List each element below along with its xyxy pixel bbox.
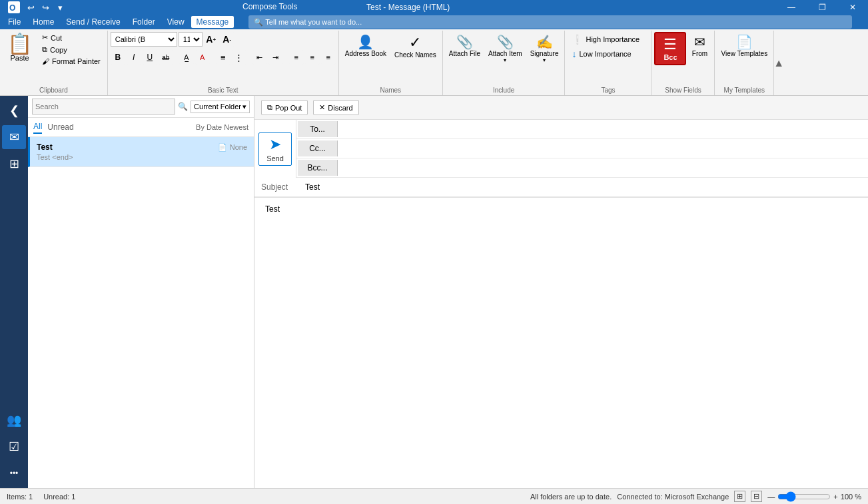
filter-sort-button[interactable]: By Date Newest — [196, 123, 248, 131]
to-button[interactable]: To... — [298, 121, 338, 137]
strikethrough-button[interactable]: ab — [159, 50, 173, 65]
outlook-icon: O — [5, 1, 23, 14]
attach-file-button[interactable]: 📎 Attach File — [446, 32, 484, 59]
connection-status: Connected to: Microsoft Exchange — [617, 493, 729, 501]
menu-send-receive[interactable]: Send / Receive — [61, 16, 125, 28]
zoom-level: 100 % — [841, 493, 861, 501]
menu-home[interactable]: Home — [27, 16, 59, 28]
view-toggle-compact[interactable]: ⊟ — [751, 491, 762, 502]
send-label: Send — [266, 154, 284, 162]
attach-item-icon: 📎 — [497, 35, 514, 49]
main-area: ❮ ✉ ⊞ 👥 ☑ ••• 🔍 Current Folder ▾ All Unr… — [0, 96, 868, 488]
folder-search-input[interactable] — [32, 99, 175, 115]
minimize-button[interactable]: — — [776, 0, 807, 15]
font-size-select[interactable]: 11 — [179, 32, 203, 47]
filter-unread-tab[interactable]: Unread — [47, 121, 73, 133]
cut-button[interactable]: ✂ Cut — [38, 32, 105, 43]
format-painter-button[interactable]: 🖌 Format Painter — [38, 56, 105, 67]
bcc-input[interactable] — [339, 158, 868, 177]
view-templates-button[interactable]: 📄 View Templates — [717, 32, 771, 59]
subject-input[interactable] — [301, 178, 868, 196]
nav-tasks-button[interactable]: ☑ — [2, 435, 26, 459]
zoom-slider[interactable] — [777, 493, 831, 501]
nav-contacts-button[interactable]: 👥 — [2, 408, 26, 432]
align-left-button[interactable]: ≡ — [289, 50, 304, 65]
tell-me-placeholder: Tell me what you want to do... — [265, 18, 362, 26]
decrease-font-button[interactable]: A- — [220, 32, 234, 47]
filter-all-tab[interactable]: All — [33, 121, 42, 134]
show-fields-group: ☰ Bcc ✉ From Show Fields — [651, 31, 715, 95]
attach-item-button[interactable]: 📎 Attach Item ▾ — [485, 32, 526, 65]
cc-button[interactable]: Cc... — [298, 140, 338, 156]
mail-item-preview: Test <end> — [37, 153, 247, 161]
restore-button[interactable]: ❐ — [807, 0, 837, 15]
tell-me-search[interactable]: 🔍 Tell me what you want to do... — [248, 15, 852, 29]
nav-mail-button[interactable]: ✉ — [2, 125, 26, 149]
nav-calendar-button[interactable]: ⊞ — [2, 152, 26, 176]
check-names-button[interactable]: ✓ Check Names — [391, 32, 440, 61]
highlight-button[interactable]: A̲ — [179, 50, 194, 65]
undo-button[interactable]: ↩ — [24, 1, 37, 14]
mail-item[interactable]: Test 📄 None Test <end> — [28, 137, 254, 167]
attach-file-icon: 📎 — [456, 35, 473, 49]
compose-fields: ➤ Send To... Cc... Bcc... — [254, 120, 868, 198]
discard-button[interactable]: ✕ Discard — [313, 100, 358, 115]
bcc-field-button[interactable]: Bcc... — [298, 160, 338, 176]
bcc-button[interactable]: ☰ Bcc — [654, 32, 686, 65]
menu-file[interactable]: File — [3, 16, 26, 28]
mail-date-icon: 📄 — [218, 143, 227, 152]
my-templates-group: 📄 View Templates My Templates — [715, 31, 774, 95]
zoom-plus-button[interactable]: + — [833, 493, 837, 501]
ribbon-collapse-button[interactable]: ▲ — [774, 31, 783, 95]
send-button[interactable]: ➤ Send — [258, 132, 292, 166]
paste-button[interactable]: 📋 Paste — [3, 32, 37, 85]
menu-message[interactable]: Message — [191, 16, 234, 28]
nav-collapse-button[interactable]: ❮ — [2, 99, 26, 123]
redo-button[interactable]: ↪ — [39, 1, 52, 14]
bullets-button[interactable]: ≡ — [216, 50, 230, 65]
tags-group: ❕ High Importance ↓ Low Importance Tags — [565, 31, 651, 95]
to-field-row: To... — [296, 120, 868, 139]
address-book-button[interactable]: 👤 Address Book — [342, 32, 390, 59]
names-group: 👤 Address Book ✓ Check Names Names — [339, 31, 443, 95]
svg-text:O: O — [9, 3, 15, 13]
nav-more-button[interactable]: ••• — [2, 461, 26, 485]
numbering-button[interactable]: ⋮ — [232, 50, 246, 65]
compose-body[interactable]: Test — [254, 198, 868, 488]
search-scope-chevron: ▾ — [242, 103, 246, 111]
high-importance-button[interactable]: ❕ High Importance — [569, 32, 647, 47]
pop-out-button[interactable]: ⧉ Pop Out — [261, 100, 308, 115]
cc-input[interactable] — [339, 139, 868, 158]
to-input[interactable] — [339, 120, 868, 138]
italic-button[interactable]: I — [127, 50, 141, 65]
font-family-select[interactable]: Calibri (B — [111, 32, 177, 47]
folder-panel: 🔍 Current Folder ▾ All Unread By Date Ne… — [28, 96, 254, 488]
menu-view[interactable]: View — [162, 16, 190, 28]
copy-button[interactable]: ⧉ Copy — [38, 44, 105, 55]
menu-folder[interactable]: Folder — [127, 16, 161, 28]
qs-dropdown-button[interactable]: ▾ — [53, 1, 67, 14]
zoom-min-button[interactable]: — — [767, 493, 775, 501]
cut-label: Cut — [51, 34, 62, 42]
underline-button[interactable]: U — [143, 50, 157, 65]
align-right-button[interactable]: ≡ — [321, 50, 336, 65]
view-toggle-normal[interactable]: ⊞ — [734, 491, 745, 502]
font-color-button[interactable]: A — [195, 50, 210, 65]
window-title: Test - Message (HTML) — [366, 3, 450, 12]
search-scope-dropdown[interactable]: Current Folder ▾ — [191, 101, 250, 113]
cut-icon: ✂ — [42, 33, 48, 42]
align-center-button[interactable]: ≡ — [305, 50, 320, 65]
low-importance-button[interactable]: ↓ Low Importance — [569, 47, 647, 61]
increase-indent-button[interactable]: ⇥ — [268, 50, 283, 65]
folder-search-area: 🔍 Current Folder ▾ — [28, 96, 254, 118]
decrease-indent-button[interactable]: ⇤ — [252, 50, 267, 65]
address-book-label: Address Book — [345, 50, 386, 57]
view-templates-label: View Templates — [721, 50, 767, 57]
increase-font-button[interactable]: A+ — [204, 32, 218, 47]
send-icon: ➤ — [269, 136, 281, 153]
signature-button[interactable]: ✍ Signature ▾ — [527, 32, 562, 65]
bold-button[interactable]: B — [111, 50, 125, 65]
from-button[interactable]: ✉ From — [687, 32, 711, 59]
attach-file-label: Attach File — [449, 50, 480, 57]
close-button[interactable]: ✕ — [837, 0, 868, 15]
